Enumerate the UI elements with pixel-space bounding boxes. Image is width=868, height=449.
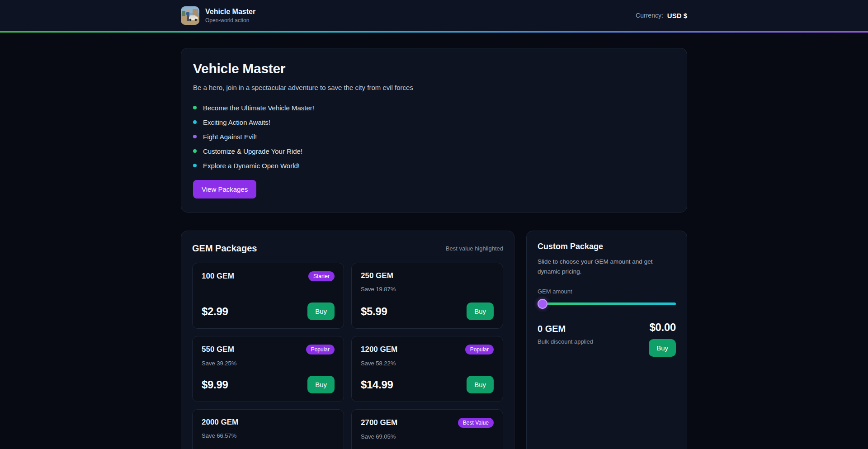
package-card: 550 GEM Popular Save 39.25% $9.99 Buy — [192, 336, 344, 402]
package-name: 250 GEM — [361, 271, 393, 280]
gem-amount-label: GEM amount — [538, 288, 676, 295]
package-save — [202, 287, 335, 293]
custom-package-description: Slide to choose your GEM amount and get … — [538, 257, 676, 276]
package-name: 2000 GEM — [202, 418, 238, 427]
view-packages-button[interactable]: View Packages — [193, 180, 256, 199]
package-save: Save 66.57% — [202, 432, 335, 439]
package-price: $5.99 — [361, 305, 387, 318]
package-save: Save 19.87% — [361, 286, 494, 293]
package-name: 550 GEM — [202, 345, 234, 354]
feature-bullet-icon — [193, 164, 197, 167]
package-card: 2700 GEM Best Value Save 69.05% $24.99 B… — [351, 409, 503, 449]
package-badge: Best Value — [458, 418, 494, 428]
package-badge: Popular — [465, 345, 494, 354]
package-save: Save 69.05% — [361, 433, 494, 440]
feature-item: Explore a Dynamic Open World! — [193, 158, 675, 173]
package-save: Save 58.22% — [361, 360, 494, 367]
custom-price: $0.00 — [649, 321, 676, 334]
feature-item: Fight Against Evil! — [193, 129, 675, 144]
app-subtitle: Open-world action — [205, 17, 255, 24]
game-icon — [181, 6, 199, 25]
package-buy-button[interactable]: Buy — [467, 302, 494, 320]
package-buy-button[interactable]: Buy — [307, 376, 335, 393]
feature-bullet-icon — [193, 120, 197, 124]
package-card: 2000 GEM Save 66.57% $19.99 Buy — [192, 409, 344, 449]
slider-thumb[interactable] — [538, 299, 547, 309]
package-buy-button[interactable]: Buy — [467, 376, 494, 393]
app-header: Vehicle Master Open-world action Currenc… — [0, 0, 868, 31]
currency-selector: Currency: USD $ — [636, 12, 687, 19]
gem-packages-title: GEM Packages — [192, 243, 257, 254]
package-name: 100 GEM — [202, 272, 234, 281]
feature-label: Customize & Upgrade Your Ride! — [203, 147, 302, 155]
app-title: Vehicle Master — [205, 8, 255, 16]
gem-amount-slider[interactable] — [538, 298, 676, 309]
best-value-note: Best value highlighted — [446, 245, 503, 252]
gem-packages-panel: GEM Packages Best value highlighted 100 … — [181, 231, 514, 449]
currency-value[interactable]: USD $ — [667, 12, 687, 19]
package-name: 1200 GEM — [361, 345, 397, 354]
package-badge: Starter — [308, 271, 335, 281]
hero-description: Be a hero, join in a spectacular adventu… — [193, 84, 675, 91]
custom-gem-amount: 0 GEM — [538, 324, 593, 334]
package-name: 2700 GEM — [361, 418, 397, 427]
package-card: 250 GEM Save 19.87% $5.99 Buy — [351, 263, 503, 329]
package-price: $14.99 — [361, 378, 393, 391]
package-price: $9.99 — [202, 378, 228, 391]
feature-item: Customize & Upgrade Your Ride! — [193, 144, 675, 158]
feature-item: Become the Ultimate Vehicle Master! — [193, 100, 675, 115]
feature-label: Fight Against Evil! — [203, 133, 257, 141]
hero-panel: Vehicle Master Be a hero, join in a spec… — [181, 48, 687, 213]
package-badge: Popular — [306, 345, 335, 354]
app-identity: Vehicle Master Open-world action — [181, 6, 255, 25]
feature-list: Become the Ultimate Vehicle Master! Exci… — [193, 100, 675, 173]
feature-label: Become the Ultimate Vehicle Master! — [203, 104, 314, 112]
custom-package-panel: Custom Package Slide to choose your GEM … — [526, 231, 687, 449]
feature-bullet-icon — [193, 106, 197, 109]
package-card-grid: 100 GEM Starter $2.99 Buy 250 GEM Save 1… — [192, 263, 503, 449]
package-card: 1200 GEM Popular Save 58.22% $14.99 Buy — [351, 336, 503, 402]
package-buy-button[interactable]: Buy — [307, 302, 335, 320]
feature-label: Exciting Action Awaits! — [203, 118, 270, 126]
feature-bullet-icon — [193, 149, 197, 153]
hero-title: Vehicle Master — [193, 61, 675, 76]
package-card: 100 GEM Starter $2.99 Buy — [192, 263, 344, 329]
package-save: Save 39.25% — [202, 360, 335, 367]
custom-buy-button[interactable]: Buy — [649, 339, 676, 357]
slider-track[interactable] — [538, 302, 676, 305]
currency-label: Currency: — [636, 12, 663, 19]
feature-label: Explore a Dynamic Open World! — [203, 162, 300, 170]
package-price: $2.99 — [202, 305, 228, 318]
bulk-discount-note: Bulk discount applied — [538, 338, 593, 345]
feature-bullet-icon — [193, 135, 197, 138]
feature-item: Exciting Action Awaits! — [193, 115, 675, 129]
custom-package-title: Custom Package — [538, 242, 676, 251]
